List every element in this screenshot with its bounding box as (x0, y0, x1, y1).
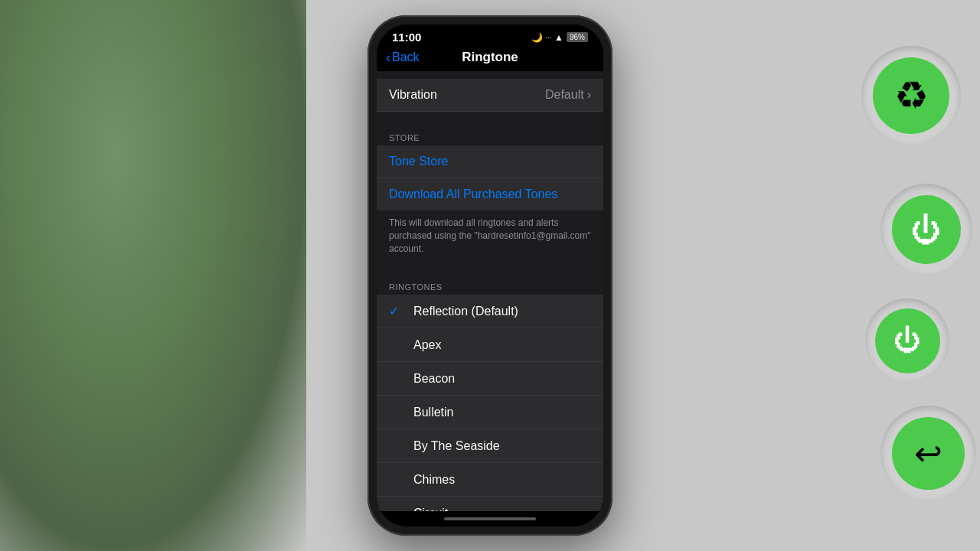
background-plant (0, 0, 306, 551)
download-tones-label[interactable]: Download All Purchased Tones (389, 187, 557, 201)
tone-store-row[interactable]: Tone Store (377, 145, 603, 178)
ringtone-name-5: Chimes (413, 473, 455, 487)
ringtone-item-6[interactable]: ✓ Circuit (377, 497, 603, 511)
ringtone-name-1: Apex (413, 338, 441, 352)
back-label[interactable]: Back (392, 51, 420, 64)
checkmark-icon: ✓ (389, 304, 404, 318)
ringtone-item-0[interactable]: ✓ Reflection (Default) (377, 295, 603, 328)
gap-1 (377, 112, 603, 127)
empty-check-2: ✓ (389, 371, 404, 386)
ringtone-item-1[interactable]: ✓ Apex (377, 328, 603, 362)
back-button[interactable]: ‹ Back (386, 50, 420, 66)
vibration-value-text: Default (545, 88, 584, 102)
empty-check-4: ✓ (389, 439, 404, 453)
vibration-row[interactable]: Vibration Default › (377, 79, 603, 112)
ringtone-item-2[interactable]: ✓ Beacon (377, 362, 603, 396)
vibration-value: Default › (545, 88, 591, 102)
gap-2 (377, 261, 603, 276)
ringtone-name-3: Bulletin (413, 406, 453, 419)
background-icons: ♻ ⏻ ⏻ ↩ (674, 0, 980, 551)
ringtone-name-2: Beacon (413, 372, 455, 386)
dots-icon: ··· (546, 34, 552, 41)
status-icons: 🌙 ··· ▲ 96% (531, 32, 588, 43)
empty-check-6: ✓ (389, 506, 404, 511)
green-icon-1: ♻ (861, 46, 961, 145)
green-icon-3: ⏻ (865, 298, 949, 383)
ringtone-name-4: By The Seaside (413, 439, 500, 453)
home-indicator (377, 511, 603, 527)
store-header: STORE (377, 127, 603, 145)
ringtone-item-3[interactable]: ✓ Bulletin (377, 396, 603, 429)
content-area: Vibration Default › STORE Tone Store Dow… (377, 71, 603, 511)
back-chevron-icon: ‹ (386, 50, 390, 66)
status-bar: 11:00 🌙 ··· ▲ 96% (377, 24, 603, 47)
green-icon-4: ↩ (880, 406, 976, 501)
ringtones-header: RINGTONES (377, 276, 603, 295)
green-icon-2: ⏻ (880, 184, 972, 276)
ringtone-item-4[interactable]: ✓ By The Seaside (377, 429, 603, 463)
wifi-icon: ▲ (554, 32, 564, 43)
tone-store-label[interactable]: Tone Store (389, 155, 448, 168)
phone-frame: 11:00 🌙 ··· ▲ 96% ‹ Back Ringtone Vibrat… (368, 15, 612, 536)
battery-icon: 96% (567, 32, 588, 42)
status-time: 11:00 (392, 31, 421, 44)
phone-screen: 11:00 🌙 ··· ▲ 96% ‹ Back Ringtone Vibrat… (377, 24, 603, 527)
nav-bar: ‹ Back Ringtone (377, 47, 603, 71)
ringtone-name-0: Reflection (Default) (413, 305, 518, 318)
vibration-label: Vibration (389, 88, 437, 102)
download-tones-row[interactable]: Download All Purchased Tones (377, 178, 603, 210)
ringtone-item-5[interactable]: ✓ Chimes (377, 463, 603, 497)
top-gap (377, 71, 603, 79)
vibration-chevron-icon: › (587, 88, 591, 102)
home-bar (444, 517, 536, 520)
download-description: This will download all ringtones and ale… (377, 210, 603, 261)
nav-title: Ringtone (462, 50, 518, 65)
empty-check-3: ✓ (389, 405, 404, 419)
empty-check-1: ✓ (389, 337, 404, 352)
empty-check-5: ✓ (389, 472, 404, 487)
moon-icon: 🌙 (531, 32, 543, 43)
